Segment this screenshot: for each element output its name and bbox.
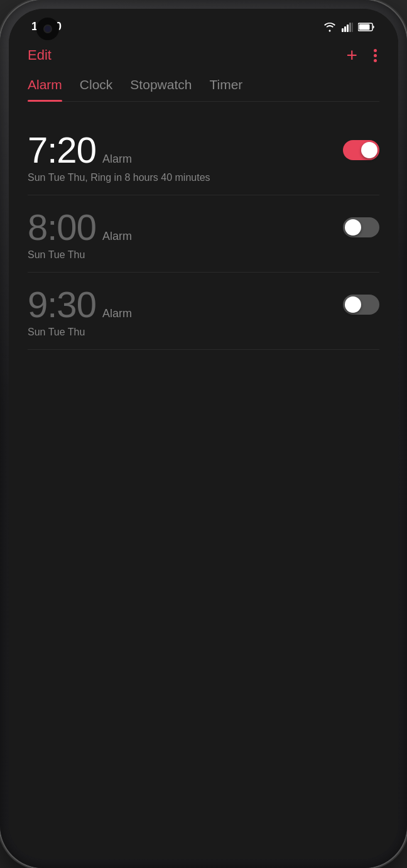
alarm-list: 7:20 Alarm Sun Tue Thu, Ring in 8 hours … xyxy=(28,121,379,350)
alarm-row-2: 8:00 Alarm xyxy=(28,209,379,246)
svg-rect-4 xyxy=(352,23,353,32)
camera-lens xyxy=(43,24,52,33)
app-content: Edit + Alarm Clock xyxy=(9,40,398,846)
svg-rect-6 xyxy=(359,24,370,30)
alarm-days-2: Sun Tue Thu xyxy=(28,249,379,261)
camera-notch xyxy=(36,18,59,40)
toggle-thumb-1 xyxy=(361,142,377,158)
signal-icon xyxy=(342,22,353,32)
add-alarm-button[interactable]: + xyxy=(346,46,357,65)
alarm-time-2: 8:00 xyxy=(28,209,96,246)
svg-rect-1 xyxy=(344,26,346,32)
tab-alarm[interactable]: Alarm xyxy=(28,77,62,101)
alarm-time-1: 7:20 xyxy=(28,132,96,168)
header: Edit + xyxy=(28,46,379,65)
battery-icon xyxy=(358,23,376,31)
alarm-label-2: Alarm xyxy=(102,230,132,243)
alarm-label-3: Alarm xyxy=(102,307,132,320)
toggle-thumb-2 xyxy=(345,219,361,236)
svg-rect-2 xyxy=(347,24,349,32)
status-icons xyxy=(323,22,376,32)
more-dot-1 xyxy=(374,49,377,52)
status-bar: 19:30 xyxy=(9,9,398,40)
more-dot-3 xyxy=(374,59,377,62)
alarm-label-1: Alarm xyxy=(102,153,132,166)
alarm-row-3: 9:30 Alarm xyxy=(28,286,379,323)
phone-frame: 19:30 xyxy=(0,0,407,868)
tab-clock[interactable]: Clock xyxy=(80,77,113,101)
alarm-time-3: 9:30 xyxy=(28,286,96,323)
more-dot-2 xyxy=(374,54,377,57)
tab-stopwatch[interactable]: Stopwatch xyxy=(130,77,192,101)
alarm-item-2[interactable]: 8:00 Alarm Sun Tue Thu xyxy=(28,198,379,273)
svg-rect-0 xyxy=(342,28,344,32)
tab-timer[interactable]: Timer xyxy=(209,77,242,101)
alarm-row-1: 7:20 Alarm xyxy=(28,132,379,168)
alarm-toggle-1[interactable] xyxy=(343,140,379,160)
alarm-subtitle-1: Sun Tue Thu, Ring in 8 hours 40 minutes xyxy=(28,172,379,183)
alarm-days-3: Sun Tue Thu xyxy=(28,327,379,338)
wifi-icon xyxy=(323,22,337,32)
svg-rect-3 xyxy=(349,23,351,32)
alarm-time-group-3: 9:30 Alarm xyxy=(28,286,132,323)
alarm-time-group-1: 7:20 Alarm xyxy=(28,132,132,168)
alarm-toggle-2[interactable] xyxy=(343,217,379,237)
alarm-item-3[interactable]: 9:30 Alarm Sun Tue Thu xyxy=(28,275,379,350)
alarm-toggle-3[interactable] xyxy=(343,295,379,315)
phone-screen: 19:30 xyxy=(9,9,398,859)
toggle-thumb-3 xyxy=(345,296,361,313)
tab-bar: Alarm Clock Stopwatch Timer xyxy=(28,77,379,102)
alarm-time-group-2: 8:00 Alarm xyxy=(28,209,132,246)
edit-button[interactable]: Edit xyxy=(28,47,52,63)
alarm-item-1[interactable]: 7:20 Alarm Sun Tue Thu, Ring in 8 hours … xyxy=(28,121,379,195)
header-actions: + xyxy=(346,46,379,65)
more-options-button[interactable] xyxy=(371,46,379,65)
